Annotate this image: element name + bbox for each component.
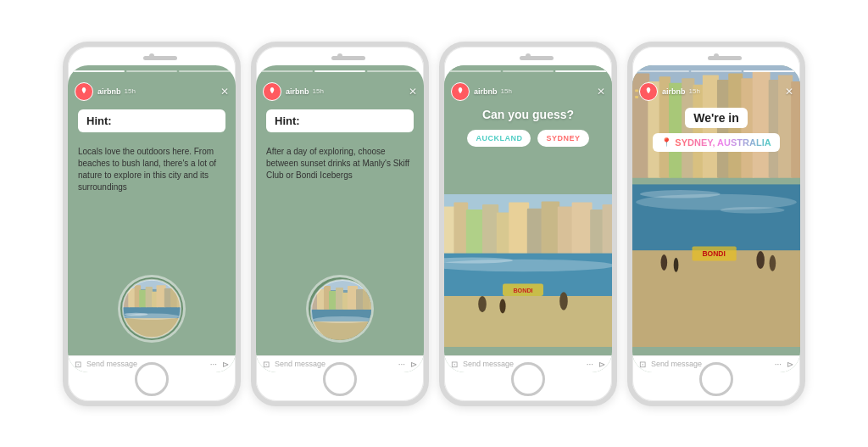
hint-text-2: After a day of exploring, choose between…	[266, 146, 414, 182]
airbnb-avatar-2	[263, 82, 281, 101]
story-user-4: airbnb	[662, 87, 686, 96]
dots-icon-4[interactable]: ···	[775, 360, 782, 369]
airbnb-avatar-1	[75, 82, 93, 101]
svg-text:BONDI: BONDI	[702, 249, 725, 257]
hint-label-2: Hint:	[275, 115, 405, 127]
story-close-4[interactable]: ✕	[785, 86, 793, 98]
camera-icon-4[interactable]: ⊡	[639, 360, 646, 369]
location-tag: 📍 SYDNEY, AUSTRALIA	[653, 133, 779, 152]
svg-point-85	[770, 254, 776, 271]
dots-icon-1[interactable]: ···	[210, 360, 217, 369]
camera-icon-2[interactable]: ⊡	[263, 360, 270, 369]
airbnb-avatar-3	[451, 82, 470, 101]
screen-3: BONDI airbnb 15h	[444, 65, 612, 372]
svg-rect-42	[509, 202, 529, 254]
svg-rect-27	[336, 288, 343, 310]
svg-point-56	[559, 292, 568, 310]
screen-1: airbnb 15h ✕ Hint: Locals love the outdo…	[68, 65, 236, 372]
story-user-2: airbnb	[286, 87, 309, 96]
svg-rect-44	[542, 201, 560, 255]
svg-rect-53	[444, 296, 612, 347]
svg-point-54	[478, 296, 487, 312]
screen-4: BONDI airbnb 15h	[632, 65, 800, 372]
screen-2: airbnb 15h ✕ Hint: After a day of explor…	[256, 65, 424, 372]
svg-rect-43	[527, 208, 543, 254]
home-button-1[interactable]	[135, 362, 169, 396]
location-pin-icon: 📍	[661, 137, 671, 147]
story-close-2[interactable]: ✕	[409, 86, 417, 98]
phone-1: airbnb 15h ✕ Hint: Locals love the outdo…	[63, 42, 241, 406]
bondi-circle-2	[306, 275, 374, 343]
story-screen-2: airbnb 15h ✕ Hint: After a day of explor…	[256, 65, 424, 372]
speaker-3	[520, 56, 554, 60]
story-content-1: Hint: Locals love the outdoors here. Fro…	[68, 65, 236, 355]
dots-icon-2[interactable]: ···	[398, 360, 405, 369]
svg-rect-9	[146, 287, 153, 307]
story-user-1: airbnb	[97, 87, 121, 96]
send-icon-3[interactable]: ⊳	[598, 360, 605, 369]
phone-4: BONDI airbnb 15h	[627, 42, 805, 406]
speaker-4	[708, 56, 742, 60]
home-button-3[interactable]	[511, 362, 545, 396]
story-content-2: Hint: After a day of exploring, choose b…	[256, 65, 424, 355]
svg-rect-45	[558, 206, 574, 255]
guess-buttons: AUCKLAND SYDNEY	[454, 130, 602, 147]
svg-rect-30	[356, 289, 364, 310]
svg-text:BONDI: BONDI	[513, 287, 532, 294]
svg-point-16	[125, 312, 148, 316]
story-header-1: airbnb 15h ✕	[68, 70, 236, 104]
story-header-3: airbnb 15h ✕	[444, 70, 612, 104]
svg-rect-4	[120, 318, 183, 340]
circle-photo-2	[266, 275, 414, 347]
hint-text-1: Locals love the outdoors here. From beac…	[78, 146, 225, 193]
location-text: SYDNEY, AUSTRALIA	[675, 137, 771, 148]
svg-point-79	[640, 190, 721, 198]
were-in-card: We're in	[685, 108, 748, 128]
svg-rect-12	[164, 288, 171, 306]
guess-title: Can you guess?	[454, 108, 602, 121]
send-icon-2[interactable]: ⊳	[410, 360, 417, 369]
svg-point-83	[674, 257, 679, 271]
svg-rect-46	[572, 202, 593, 254]
svg-point-80	[721, 206, 785, 213]
story-user-3: airbnb	[474, 87, 498, 96]
story-time-3: 15h	[501, 87, 512, 95]
svg-rect-47	[590, 210, 604, 255]
story-header-4: airbnb 15h ✕	[632, 70, 800, 104]
svg-rect-38	[453, 202, 468, 254]
hint-card-1: Hint:	[78, 109, 225, 132]
phone-2: airbnb 15h ✕ Hint: After a day of explor…	[251, 42, 429, 406]
send-icon-1[interactable]: ⊳	[222, 360, 229, 369]
story-screen-4: BONDI airbnb 15h	[632, 65, 800, 372]
story-close-1[interactable]: ✕	[220, 86, 229, 98]
svg-rect-48	[603, 204, 612, 255]
camera-icon-1[interactable]: ⊡	[75, 360, 81, 369]
svg-point-84	[756, 251, 764, 269]
svg-point-82	[661, 254, 668, 270]
story-header-2: airbnb 15h ✕	[256, 70, 424, 104]
speaker-1	[143, 56, 177, 60]
phones-container: airbnb 15h ✕ Hint: Locals love the outdo…	[46, 25, 822, 423]
hint-label-1: Hint:	[86, 115, 217, 127]
story-screen-1: airbnb 15h ✕ Hint: Locals love the outdo…	[68, 65, 236, 372]
svg-point-33	[313, 316, 372, 323]
dots-icon-3[interactable]: ···	[587, 360, 593, 369]
home-button-2[interactable]	[323, 362, 357, 396]
story-time-1: 15h	[125, 87, 136, 95]
story-close-3[interactable]: ✕	[597, 86, 605, 98]
story-time-4: 15h	[689, 87, 700, 95]
svg-rect-40	[482, 204, 498, 255]
auckland-button[interactable]: AUCKLAND	[467, 130, 531, 147]
home-button-4[interactable]	[699, 362, 733, 396]
phone-3: BONDI airbnb 15h	[439, 42, 617, 406]
send-icon-4[interactable]: ⊳	[787, 360, 793, 369]
story-time-2: 15h	[313, 87, 324, 95]
hint-card-2: Hint:	[266, 109, 414, 132]
svg-point-55	[499, 299, 505, 313]
sydney-button[interactable]: SYDNEY	[537, 130, 588, 147]
svg-rect-32	[370, 290, 374, 310]
circle-photo-1	[78, 275, 225, 347]
svg-rect-41	[497, 212, 511, 254]
airbnb-avatar-4	[639, 82, 658, 101]
camera-icon-3[interactable]: ⊡	[451, 360, 458, 369]
